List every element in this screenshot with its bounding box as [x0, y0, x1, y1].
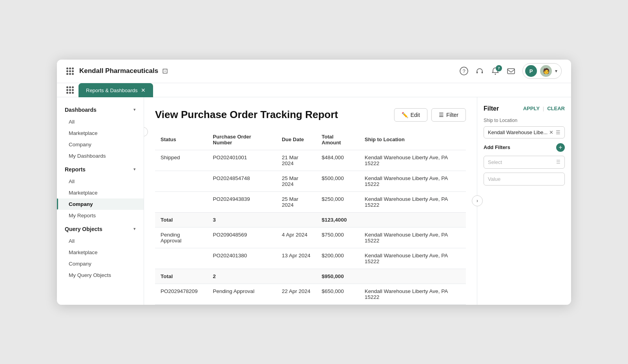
sidebar-item-reports-company[interactable]: Company	[57, 198, 144, 210]
svg-text:?: ?	[462, 68, 465, 74]
query-chevron-icon: ▾	[133, 226, 136, 231]
sidebar-item-dashboards-my[interactable]: My Dashboards	[57, 150, 144, 162]
cell-ship-to: Kendall Warehouse Liberty Ave, PA 15222	[359, 227, 466, 248]
table-total-row: Total 2 $950,000	[155, 269, 466, 284]
cell-po-number: PO202401380	[207, 248, 276, 269]
filter-chip-close-button[interactable]: ✕	[549, 129, 553, 135]
cell-ship-to: Kendall Warehouse Liberty Ave, PA 15222	[359, 171, 466, 191]
headset-button[interactable]	[475, 67, 484, 75]
sidebar-section-query-title: Query Objects	[65, 226, 102, 232]
cell-po-number: Pending Approval	[207, 284, 276, 304]
tab-reports-dashboards[interactable]: Reports & Dashboards ✕	[78, 83, 153, 97]
sidebar-item-reports-my[interactable]: My Reports	[57, 210, 144, 221]
cell-due-date	[276, 212, 316, 227]
cell-status: PO2029478209	[155, 284, 207, 304]
sidebar-section-dashboards: Dashboards ▾ All Marketplace Company My …	[57, 104, 144, 162]
table-row: Shipped PO202401001 21 Mar 2024 $484,000…	[155, 150, 466, 171]
sidebar-collapse-button[interactable]: ‹	[144, 127, 148, 136]
filter-chip-actions: ✕ ☰	[549, 129, 560, 135]
help-button[interactable]: ?	[460, 67, 468, 75]
cell-due-date	[276, 269, 316, 284]
app-grid-icon[interactable]	[66, 67, 74, 75]
edit-button[interactable]: ✏️ Edit	[394, 108, 427, 122]
cell-due-date: 25 Mar 2024	[276, 191, 316, 212]
filter-clear-btn[interactable]: CLEAR	[547, 106, 565, 111]
sidebar-section-query-objects: Query Objects ▾ All Marketplace Company …	[57, 223, 144, 281]
col-due-date: Due Date	[276, 129, 316, 150]
topbar-left: Kendall Pharmaceuticals ⊡	[66, 67, 168, 75]
filter-panel-toggle-button[interactable]: ›	[472, 195, 483, 206]
cell-po-number: 2	[207, 269, 276, 284]
cell-status: Shipped	[155, 150, 207, 171]
cell-due-date: 13 Apr 2024	[276, 248, 316, 269]
user-avatar-initial: P	[525, 65, 537, 77]
cell-ship-to	[359, 269, 466, 284]
topbar-right: ? 7	[460, 63, 562, 79]
filter-value-placeholder: Value	[488, 176, 500, 182]
report-table: Status Purchase Order Number Due Date To…	[155, 129, 466, 305]
table-header-row: Status Purchase Order Number Due Date To…	[155, 129, 466, 150]
cell-total-amount: $500,000	[316, 171, 359, 191]
header-actions: ✏️ Edit ☰ Filter	[394, 108, 466, 122]
cell-po-number: PO2024943839	[207, 191, 276, 212]
table-row: PO202401380 13 Apr 2024 $200,000 Kendall…	[155, 248, 466, 269]
sidebar-section-reports-title: Reports	[65, 166, 86, 173]
sidebar-section-query-header[interactable]: Query Objects ▾	[57, 223, 144, 235]
filter-label: Filter	[446, 112, 458, 118]
sidebar-item-query-all[interactable]: All	[57, 235, 144, 247]
sidebar-item-dashboards-all[interactable]: All	[57, 116, 144, 127]
cell-status	[155, 171, 207, 191]
user-chip[interactable]: P 🧑 ▾	[522, 63, 562, 79]
cell-total-amount: $750,000	[316, 227, 359, 248]
sidebar-item-reports-marketplace[interactable]: Marketplace	[57, 187, 144, 198]
cell-total-amount: $250,000	[316, 191, 359, 212]
filter-select-placeholder: Select	[488, 159, 502, 165]
cell-ship-to: Kendall Warehouse Liberty Ave, PA 15222	[359, 248, 466, 269]
sidebar-section-dashboards-header[interactable]: Dashboards ▾	[57, 104, 144, 116]
tabbar: Reports & Dashboards ✕	[57, 83, 571, 97]
sidebar-item-query-company[interactable]: Company	[57, 258, 144, 269]
cell-ship-to: Kendall Warehouse Liberty Ave, PA 15222	[359, 284, 466, 304]
sidebar-section-reports-header[interactable]: Reports ▾	[57, 163, 144, 176]
mail-button[interactable]	[507, 67, 515, 75]
sidebar-item-query-my[interactable]: My Query Objects	[57, 269, 144, 281]
cell-status: Total	[155, 269, 207, 284]
notification-button[interactable]: 7	[491, 67, 500, 75]
sidebar-item-dashboards-company[interactable]: Company	[57, 139, 144, 150]
table-row: Pending Approval PO209048569 4 Apr 2024 …	[155, 227, 466, 248]
filter-apply-btn[interactable]: APPLY	[523, 106, 540, 111]
reports-chevron-icon: ▾	[133, 167, 136, 172]
table-total-row: Total 3 $123,4000	[155, 212, 466, 227]
filter-select-icon: ☰	[556, 159, 560, 165]
sidebar-item-query-marketplace[interactable]: Marketplace	[57, 247, 144, 258]
cell-status: Total	[155, 212, 207, 227]
sidebar-item-reports-all[interactable]: All	[57, 176, 144, 187]
sidebar-item-dashboards-marketplace[interactable]: Marketplace	[57, 127, 144, 139]
app-grid-btn[interactable]	[66, 86, 74, 94]
topbar: Kendall Pharmaceuticals ⊡ ?	[57, 60, 571, 83]
sidebar-section-reports: Reports ▾ All Marketplace Company My Rep…	[57, 163, 144, 221]
filter-button[interactable]: ☰ Filter	[431, 108, 466, 122]
cell-ship-to: Kendall Warehouse Liberty Ave, PA 15222	[359, 191, 466, 212]
filter-panel-header: Filter APPLY | CLEAR	[484, 105, 565, 112]
filter-chip-list-icon[interactable]: ☰	[556, 129, 560, 135]
report-header: View Purchase Order Tracking Report ✏️ E…	[155, 108, 466, 122]
svg-rect-3	[482, 71, 483, 73]
add-filter-button[interactable]: +	[556, 143, 565, 152]
filter-chip-ship-to: Kendall Warehouse Libe... ✕ ☰	[484, 126, 565, 138]
cell-total-amount: $123,4000	[316, 212, 359, 227]
filter-value-input[interactable]: Value	[484, 173, 565, 186]
filter-divider: |	[543, 106, 544, 111]
col-total-amount: Total Amount	[316, 129, 359, 150]
cell-status: Pending Approval	[155, 227, 207, 248]
filter-panel-title: Filter	[484, 105, 499, 112]
cell-total-amount: $650,000	[316, 284, 359, 304]
cell-status	[155, 191, 207, 212]
switch-icon[interactable]: ⊡	[162, 67, 168, 75]
cell-po-number: PO209048569	[207, 227, 276, 248]
cell-total-amount: $200,000	[316, 248, 359, 269]
cell-due-date: 22 Apr 2024	[276, 284, 316, 304]
table-row: PO2024854748 25 Mar 2024 $500,000 Kendal…	[155, 171, 466, 191]
tab-close-button[interactable]: ✕	[141, 87, 146, 93]
filter-select-input[interactable]: Select ☰	[484, 156, 565, 169]
